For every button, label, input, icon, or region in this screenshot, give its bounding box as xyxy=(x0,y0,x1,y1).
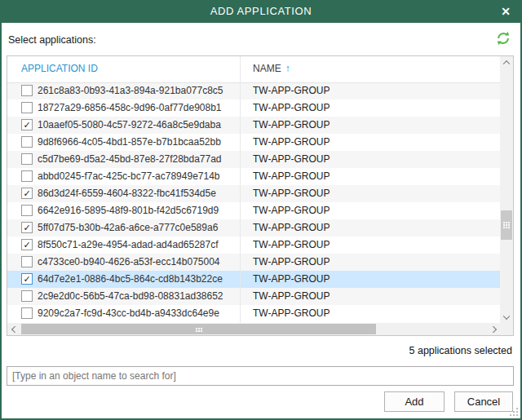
name-cell: TW-APP-GROUP xyxy=(253,82,330,99)
table-row[interactable]: ✓5ff07d75-b30b-42a6-a6ce-a777c0e589a6TW-… xyxy=(7,219,500,237)
application-id-cell: 64d7e2e1-0886-4bc5-864c-cd8b143b22ce xyxy=(38,271,223,288)
dialog-title: ADD APPLICATION xyxy=(0,0,522,23)
row-checkbox[interactable] xyxy=(21,153,33,165)
row-checkbox[interactable] xyxy=(21,136,33,148)
thumb-grip xyxy=(503,222,505,223)
selection-count-label: 5 applications selected xyxy=(409,345,512,356)
application-id-cell: 6642e916-5895-48f9-801b-f42d5c6719d9 xyxy=(38,202,219,219)
application-id-cell: abbd0245-f7ac-425c-bc77-ac78949e714b xyxy=(38,168,220,185)
application-id-cell: 18727a29-6856-458c-9d96-0af77de908b1 xyxy=(38,99,222,117)
application-id-cell: c5d7be69-d5a2-45bd-87e8-27f28bda77ad xyxy=(38,151,222,168)
table-row[interactable]: c5d7be69-d5a2-45bd-87e8-27f28bda77adTW-A… xyxy=(7,151,500,168)
vertical-scrollbar-thumb[interactable] xyxy=(501,210,512,240)
row-checkbox[interactable] xyxy=(21,290,33,302)
name-cell: TW-APP-GROUP xyxy=(253,185,330,202)
scroll-down-icon[interactable] xyxy=(500,311,513,323)
row-checkbox[interactable] xyxy=(21,102,33,113)
row-checkbox[interactable] xyxy=(21,85,33,96)
name-cell: TW-APP-GROUP xyxy=(253,237,330,254)
name-cell: TW-APP-GROUP xyxy=(253,219,330,237)
table-header-row: APPLICATION ID NAME↑ xyxy=(7,56,500,83)
application-id-cell: 9d8f6966-4c05-4bd1-857e-b7b1bcaa52bb xyxy=(38,134,221,151)
table-row[interactable]: 18727a29-6856-458c-9d96-0af77de908b1TW-A… xyxy=(7,99,500,117)
column-header-name[interactable]: NAME↑ xyxy=(253,56,290,82)
table-row[interactable]: ✓64d7e2e1-0886-4bc5-864c-cd8b143b22ceTW-… xyxy=(7,271,500,288)
table-row[interactable]: c4733ce0-b940-4626-a53f-ecc14b075004TW-A… xyxy=(7,254,500,271)
application-id-cell: 2c9e2d0c-56b5-47ca-bd98-08831ad38652 xyxy=(38,288,223,305)
name-cell: TW-APP-GROUP xyxy=(253,99,330,117)
name-cell: TW-APP-GROUP xyxy=(253,254,330,271)
column-header-name-label: NAME xyxy=(253,63,281,74)
name-cell: TW-APP-GROUP xyxy=(253,271,330,288)
refresh-icon[interactable] xyxy=(495,30,511,46)
table-row[interactable]: 6642e916-5895-48f9-801b-f42d5c6719d9TW-A… xyxy=(7,202,500,219)
application-id-cell: 10aaef05-5080-4c57-9272-46a8c5e9daba xyxy=(38,117,221,134)
applications-table: APPLICATION ID NAME↑ 261c8a83-0b93-41a3-… xyxy=(7,55,514,336)
name-cell: TW-APP-GROUP xyxy=(253,202,330,219)
application-id-cell: 261c8a83-0b93-41a3-894a-921ba077c8c5 xyxy=(38,82,223,99)
table-row[interactable]: 9209c2a7-fc9d-43cc-bd4b-a9433dc64e9eTW-A… xyxy=(7,305,500,322)
search-input[interactable] xyxy=(7,366,514,386)
horizontal-scrollbar[interactable] xyxy=(7,323,500,335)
application-id-cell: 86d3d24f-6559-4604-8322-fbc41f534d5e xyxy=(38,185,216,202)
thumb-grip xyxy=(196,328,197,329)
table-row[interactable]: ✓10aaef05-5080-4c57-9272-46a8c5e9dabaTW-… xyxy=(7,117,500,134)
application-id-cell: 9209c2a7-fc9d-43cc-bd4b-a9433dc64e9e xyxy=(38,305,219,322)
dialog-titlebar: ADD APPLICATION ✕ xyxy=(0,0,522,23)
cancel-button[interactable]: Cancel xyxy=(454,391,513,412)
add-application-dialog: ADD APPLICATION ✕ Select applications: A… xyxy=(0,0,522,420)
table-body: 261c8a83-0b93-41a3-894a-921ba077c8c5TW-A… xyxy=(7,82,500,323)
sort-ascending-icon: ↑ xyxy=(285,63,290,74)
scrollbar-corner xyxy=(500,323,513,335)
table-row[interactable]: ✓8f550c71-a29e-4954-adad-ad4ad65287cfTW-… xyxy=(7,237,500,254)
row-checkbox[interactable] xyxy=(21,170,33,182)
name-cell: TW-APP-GROUP xyxy=(253,305,330,322)
column-separator xyxy=(240,56,241,323)
row-checkbox[interactable] xyxy=(21,307,33,319)
application-id-cell: 8f550c71-a29e-4954-adad-ad4ad65287cf xyxy=(38,237,219,254)
name-cell: TW-APP-GROUP xyxy=(253,168,330,185)
select-applications-label: Select applications: xyxy=(8,34,96,46)
table-row[interactable]: abbd0245-f7ac-425c-bc77-ac78949e714bTW-A… xyxy=(7,168,500,185)
name-cell: TW-APP-GROUP xyxy=(253,134,330,151)
vertical-scrollbar[interactable] xyxy=(500,56,513,323)
column-header-application-id[interactable]: APPLICATION ID xyxy=(21,56,98,82)
table-row[interactable]: 261c8a83-0b93-41a3-894a-921ba077c8c5TW-A… xyxy=(7,82,500,99)
name-cell: TW-APP-GROUP xyxy=(253,151,330,168)
table-row[interactable]: 9d8f6966-4c05-4bd1-857e-b7b1bcaa52bbTW-A… xyxy=(7,134,500,151)
application-id-cell: c4733ce0-b940-4626-a53f-ecc14b075004 xyxy=(38,254,220,271)
row-checkbox-checked[interactable]: ✓ xyxy=(21,188,33,199)
row-checkbox[interactable] xyxy=(21,256,33,267)
scroll-left-icon[interactable] xyxy=(7,323,20,335)
row-checkbox-checked[interactable]: ✓ xyxy=(21,119,33,130)
name-cell: TW-APP-GROUP xyxy=(253,117,330,134)
scroll-up-icon[interactable] xyxy=(500,56,513,69)
row-checkbox-checked[interactable]: ✓ xyxy=(21,273,33,285)
horizontal-scrollbar-thumb[interactable] xyxy=(21,324,376,334)
scroll-right-icon[interactable] xyxy=(488,323,500,335)
application-id-cell: 5ff07d75-b30b-42a6-a6ce-a777c0e589a6 xyxy=(38,219,218,237)
row-checkbox[interactable] xyxy=(21,205,33,216)
table-row[interactable]: ✓86d3d24f-6559-4604-8322-fbc41f534d5eTW-… xyxy=(7,185,500,202)
add-button[interactable]: Add xyxy=(384,391,445,412)
close-icon[interactable]: ✕ xyxy=(501,0,511,23)
name-cell: TW-APP-GROUP xyxy=(253,288,330,305)
row-checkbox-checked[interactable]: ✓ xyxy=(21,239,33,250)
row-checkbox-checked[interactable]: ✓ xyxy=(21,222,33,233)
table-row[interactable]: 2c9e2d0c-56b5-47ca-bd98-08831ad38652TW-A… xyxy=(7,288,500,305)
resize-grip-icon[interactable] xyxy=(516,414,518,416)
